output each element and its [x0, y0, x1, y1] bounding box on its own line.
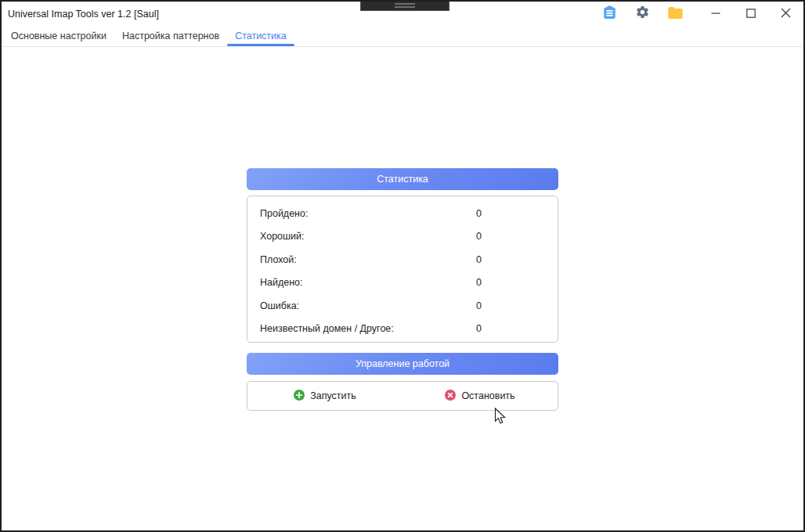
stop-cross-icon: [445, 390, 456, 403]
handle-bar: [395, 6, 415, 8]
stat-value: 0: [476, 231, 482, 242]
stat-row-bad: Плохой: 0: [247, 248, 558, 271]
stop-button-label: Остановить: [461, 390, 514, 401]
mail-button[interactable]: [593, 2, 626, 26]
gear-icon: [635, 5, 650, 23]
stat-value: 0: [476, 254, 482, 265]
stat-value: 0: [476, 323, 482, 334]
window-title: Universal Imap Tools ver 1.2 [Saul]: [8, 9, 159, 20]
stat-label: Пройдено:: [260, 208, 308, 219]
close-button[interactable]: [768, 2, 803, 26]
stop-button[interactable]: Остановить: [402, 382, 558, 410]
stat-row-error: Ошибка: 0: [247, 294, 558, 318]
stat-value: 0: [476, 300, 482, 311]
maximize-icon: [746, 7, 756, 21]
close-icon: [781, 7, 791, 21]
maximize-button[interactable]: [733, 2, 768, 26]
tab-pattern-settings[interactable]: Настройка паттернов: [114, 26, 227, 46]
app-window: Universal Imap Tools ver 1.2 [Saul]: [0, 0, 805, 532]
stat-label: Неизвестный домен / Другое:: [260, 323, 394, 334]
folder-button[interactable]: [659, 2, 691, 26]
minimize-button[interactable]: [698, 2, 733, 26]
folder-icon: [667, 5, 684, 23]
stat-row-passed: Пройдено: 0: [247, 202, 558, 225]
snap-layout-handle[interactable]: [360, 0, 449, 11]
tab-main-settings[interactable]: Основные настройки: [3, 26, 114, 46]
tab-bar: Основные настройки Настройка паттернов С…: [2, 26, 803, 47]
work-control-header: Управление работой: [247, 353, 558, 375]
stat-label: Плохой:: [260, 254, 297, 265]
tab-statistics[interactable]: Статистика: [227, 26, 294, 46]
mail-icon: [601, 4, 618, 23]
titlebar-actions: [593, 2, 803, 26]
stat-label: Ошибка:: [260, 300, 299, 311]
stat-row-found: Найдено: 0: [247, 271, 558, 295]
statistics-header: Статистика: [247, 168, 558, 190]
start-plus-icon: [294, 390, 305, 403]
handle-bar: [395, 3, 415, 5]
start-button-label: Запустить: [310, 390, 356, 401]
settings-button[interactable]: [626, 2, 659, 26]
stat-row-unknown-domain: Неизвестный домен / Другое: 0: [247, 318, 558, 341]
stat-row-good: Хороший: 0: [247, 225, 558, 249]
stat-label: Хороший:: [260, 231, 305, 242]
start-button[interactable]: Запустить: [247, 382, 402, 410]
stat-value: 0: [476, 208, 482, 219]
stat-label: Найдено:: [260, 277, 303, 288]
stat-value: 0: [476, 277, 482, 288]
minimize-icon: [711, 7, 720, 21]
statistics-panel: Пройдено: 0 Хороший: 0 Плохой: 0 Найдено…: [247, 196, 558, 343]
work-control-panel: Запустить Остановить: [247, 381, 558, 411]
